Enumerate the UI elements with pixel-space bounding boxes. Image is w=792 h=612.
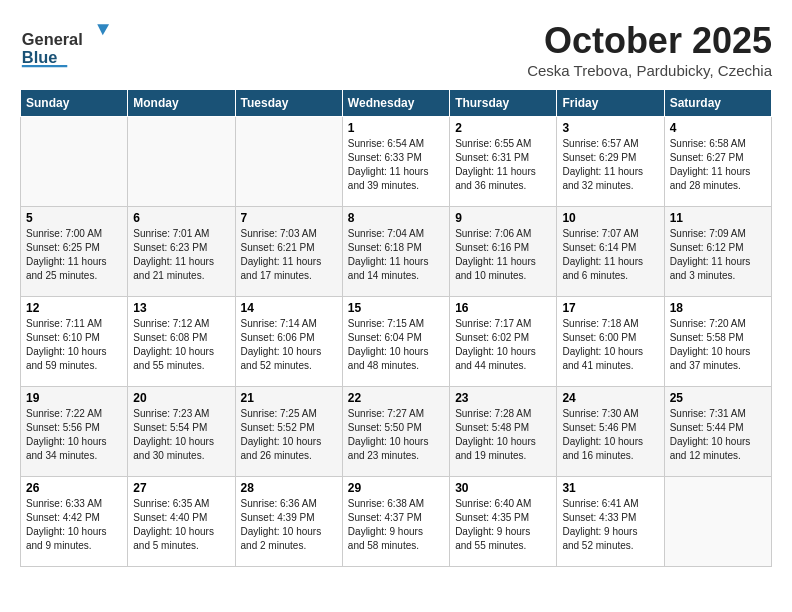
page-header: General Blue October 2025 Ceska Trebova,… <box>20 20 772 79</box>
day-number: 17 <box>562 301 658 315</box>
day-cell: 29Sunrise: 6:38 AM Sunset: 4:37 PM Dayli… <box>342 477 449 567</box>
day-cell <box>21 117 128 207</box>
day-number: 20 <box>133 391 229 405</box>
day-info: Sunrise: 6:54 AM Sunset: 6:33 PM Dayligh… <box>348 137 444 193</box>
day-number: 1 <box>348 121 444 135</box>
day-number: 4 <box>670 121 766 135</box>
day-cell <box>128 117 235 207</box>
week-row-1: 1Sunrise: 6:54 AM Sunset: 6:33 PM Daylig… <box>21 117 772 207</box>
day-cell: 30Sunrise: 6:40 AM Sunset: 4:35 PM Dayli… <box>450 477 557 567</box>
day-number: 10 <box>562 211 658 225</box>
day-cell: 1Sunrise: 6:54 AM Sunset: 6:33 PM Daylig… <box>342 117 449 207</box>
day-number: 5 <box>26 211 122 225</box>
day-info: Sunrise: 7:04 AM Sunset: 6:18 PM Dayligh… <box>348 227 444 283</box>
day-info: Sunrise: 7:11 AM Sunset: 6:10 PM Dayligh… <box>26 317 122 373</box>
day-info: Sunrise: 7:27 AM Sunset: 5:50 PM Dayligh… <box>348 407 444 463</box>
day-cell: 2Sunrise: 6:55 AM Sunset: 6:31 PM Daylig… <box>450 117 557 207</box>
day-number: 27 <box>133 481 229 495</box>
calendar-table: SundayMondayTuesdayWednesdayThursdayFrid… <box>20 89 772 567</box>
week-row-5: 26Sunrise: 6:33 AM Sunset: 4:42 PM Dayli… <box>21 477 772 567</box>
day-number: 25 <box>670 391 766 405</box>
day-info: Sunrise: 7:06 AM Sunset: 6:16 PM Dayligh… <box>455 227 551 283</box>
day-number: 15 <box>348 301 444 315</box>
day-info: Sunrise: 7:07 AM Sunset: 6:14 PM Dayligh… <box>562 227 658 283</box>
day-number: 21 <box>241 391 337 405</box>
day-info: Sunrise: 7:30 AM Sunset: 5:46 PM Dayligh… <box>562 407 658 463</box>
day-number: 16 <box>455 301 551 315</box>
weekday-header-monday: Monday <box>128 90 235 117</box>
day-number: 30 <box>455 481 551 495</box>
day-info: Sunrise: 6:58 AM Sunset: 6:27 PM Dayligh… <box>670 137 766 193</box>
day-cell: 3Sunrise: 6:57 AM Sunset: 6:29 PM Daylig… <box>557 117 664 207</box>
day-cell: 16Sunrise: 7:17 AM Sunset: 6:02 PM Dayli… <box>450 297 557 387</box>
day-info: Sunrise: 6:36 AM Sunset: 4:39 PM Dayligh… <box>241 497 337 553</box>
day-info: Sunrise: 7:22 AM Sunset: 5:56 PM Dayligh… <box>26 407 122 463</box>
day-cell: 10Sunrise: 7:07 AM Sunset: 6:14 PM Dayli… <box>557 207 664 297</box>
day-cell <box>664 477 771 567</box>
day-number: 7 <box>241 211 337 225</box>
weekday-header-row: SundayMondayTuesdayWednesdayThursdayFrid… <box>21 90 772 117</box>
logo: General Blue <box>20 20 120 75</box>
month-title: October 2025 <box>527 20 772 62</box>
day-cell: 17Sunrise: 7:18 AM Sunset: 6:00 PM Dayli… <box>557 297 664 387</box>
day-number: 28 <box>241 481 337 495</box>
day-cell: 11Sunrise: 7:09 AM Sunset: 6:12 PM Dayli… <box>664 207 771 297</box>
week-row-3: 12Sunrise: 7:11 AM Sunset: 6:10 PM Dayli… <box>21 297 772 387</box>
day-cell: 15Sunrise: 7:15 AM Sunset: 6:04 PM Dayli… <box>342 297 449 387</box>
day-cell: 22Sunrise: 7:27 AM Sunset: 5:50 PM Dayli… <box>342 387 449 477</box>
day-info: Sunrise: 7:12 AM Sunset: 6:08 PM Dayligh… <box>133 317 229 373</box>
day-info: Sunrise: 7:18 AM Sunset: 6:00 PM Dayligh… <box>562 317 658 373</box>
weekday-header-friday: Friday <box>557 90 664 117</box>
day-info: Sunrise: 7:01 AM Sunset: 6:23 PM Dayligh… <box>133 227 229 283</box>
day-info: Sunrise: 7:23 AM Sunset: 5:54 PM Dayligh… <box>133 407 229 463</box>
day-cell: 20Sunrise: 7:23 AM Sunset: 5:54 PM Dayli… <box>128 387 235 477</box>
day-number: 9 <box>455 211 551 225</box>
day-cell: 12Sunrise: 7:11 AM Sunset: 6:10 PM Dayli… <box>21 297 128 387</box>
day-number: 6 <box>133 211 229 225</box>
day-number: 24 <box>562 391 658 405</box>
day-info: Sunrise: 7:25 AM Sunset: 5:52 PM Dayligh… <box>241 407 337 463</box>
day-cell <box>235 117 342 207</box>
day-number: 2 <box>455 121 551 135</box>
logo-svg: General Blue <box>20 20 120 75</box>
weekday-header-thursday: Thursday <box>450 90 557 117</box>
day-number: 12 <box>26 301 122 315</box>
weekday-header-tuesday: Tuesday <box>235 90 342 117</box>
weekday-header-wednesday: Wednesday <box>342 90 449 117</box>
day-info: Sunrise: 7:31 AM Sunset: 5:44 PM Dayligh… <box>670 407 766 463</box>
day-cell: 23Sunrise: 7:28 AM Sunset: 5:48 PM Dayli… <box>450 387 557 477</box>
day-info: Sunrise: 6:40 AM Sunset: 4:35 PM Dayligh… <box>455 497 551 553</box>
day-number: 14 <box>241 301 337 315</box>
day-info: Sunrise: 7:09 AM Sunset: 6:12 PM Dayligh… <box>670 227 766 283</box>
day-info: Sunrise: 7:20 AM Sunset: 5:58 PM Dayligh… <box>670 317 766 373</box>
day-info: Sunrise: 7:00 AM Sunset: 6:25 PM Dayligh… <box>26 227 122 283</box>
svg-marker-1 <box>97 24 109 35</box>
day-cell: 27Sunrise: 6:35 AM Sunset: 4:40 PM Dayli… <box>128 477 235 567</box>
day-info: Sunrise: 7:28 AM Sunset: 5:48 PM Dayligh… <box>455 407 551 463</box>
day-number: 11 <box>670 211 766 225</box>
day-cell: 14Sunrise: 7:14 AM Sunset: 6:06 PM Dayli… <box>235 297 342 387</box>
day-cell: 19Sunrise: 7:22 AM Sunset: 5:56 PM Dayli… <box>21 387 128 477</box>
day-info: Sunrise: 6:57 AM Sunset: 6:29 PM Dayligh… <box>562 137 658 193</box>
day-number: 19 <box>26 391 122 405</box>
day-cell: 7Sunrise: 7:03 AM Sunset: 6:21 PM Daylig… <box>235 207 342 297</box>
title-area: October 2025 Ceska Trebova, Pardubicky, … <box>527 20 772 79</box>
day-number: 23 <box>455 391 551 405</box>
day-cell: 8Sunrise: 7:04 AM Sunset: 6:18 PM Daylig… <box>342 207 449 297</box>
day-cell: 4Sunrise: 6:58 AM Sunset: 6:27 PM Daylig… <box>664 117 771 207</box>
day-number: 29 <box>348 481 444 495</box>
day-cell: 31Sunrise: 6:41 AM Sunset: 4:33 PM Dayli… <box>557 477 664 567</box>
week-row-4: 19Sunrise: 7:22 AM Sunset: 5:56 PM Dayli… <box>21 387 772 477</box>
week-row-2: 5Sunrise: 7:00 AM Sunset: 6:25 PM Daylig… <box>21 207 772 297</box>
day-cell: 13Sunrise: 7:12 AM Sunset: 6:08 PM Dayli… <box>128 297 235 387</box>
svg-text:Blue: Blue <box>22 48 57 66</box>
day-info: Sunrise: 6:35 AM Sunset: 4:40 PM Dayligh… <box>133 497 229 553</box>
day-number: 8 <box>348 211 444 225</box>
day-info: Sunrise: 7:03 AM Sunset: 6:21 PM Dayligh… <box>241 227 337 283</box>
day-info: Sunrise: 6:55 AM Sunset: 6:31 PM Dayligh… <box>455 137 551 193</box>
day-number: 26 <box>26 481 122 495</box>
day-number: 31 <box>562 481 658 495</box>
day-info: Sunrise: 7:15 AM Sunset: 6:04 PM Dayligh… <box>348 317 444 373</box>
day-cell: 24Sunrise: 7:30 AM Sunset: 5:46 PM Dayli… <box>557 387 664 477</box>
day-cell: 25Sunrise: 7:31 AM Sunset: 5:44 PM Dayli… <box>664 387 771 477</box>
